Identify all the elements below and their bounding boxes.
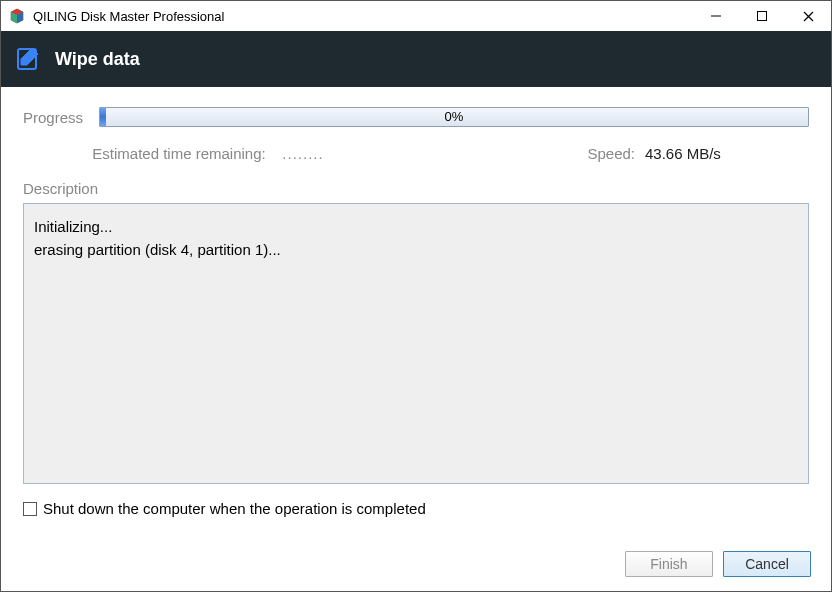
speed-value: 43.66 MB/s xyxy=(645,145,809,162)
page-title: Wipe data xyxy=(55,49,140,70)
content-area: Progress 0% Estimated time remaining: ..… xyxy=(1,87,831,537)
progress-bar: 0% xyxy=(99,107,809,127)
progress-percent: 0% xyxy=(100,109,808,124)
cancel-button[interactable]: Cancel xyxy=(723,551,811,577)
minimize-button[interactable] xyxy=(693,1,739,31)
wipe-data-icon xyxy=(15,46,41,72)
maximize-button[interactable] xyxy=(739,1,785,31)
app-icon xyxy=(9,8,25,24)
progress-label: Progress xyxy=(23,109,99,126)
speed-label: Speed: xyxy=(587,145,635,162)
window-title: QILING Disk Master Professional xyxy=(33,9,693,24)
finish-button[interactable]: Finish xyxy=(625,551,713,577)
svg-rect-5 xyxy=(758,12,767,21)
shutdown-label: Shut down the computer when the operatio… xyxy=(43,500,426,517)
shutdown-checkbox[interactable] xyxy=(23,502,37,516)
window-controls xyxy=(693,1,831,31)
eta-row: Estimated time remaining: ........ Speed… xyxy=(23,145,809,162)
description-label: Description xyxy=(23,180,809,197)
eta-value: ........ xyxy=(282,145,323,162)
description-log: Initializing... erasing partition (disk … xyxy=(23,203,809,484)
close-button[interactable] xyxy=(785,1,831,31)
shutdown-option: Shut down the computer when the operatio… xyxy=(23,500,809,517)
app-window: QILING Disk Master Professional Wipe dat… xyxy=(0,0,832,592)
footer: Finish Cancel xyxy=(1,537,831,591)
eta-label: Estimated time remaining: xyxy=(92,145,282,162)
progress-row: Progress 0% xyxy=(23,107,809,127)
titlebar: QILING Disk Master Professional xyxy=(1,1,831,31)
page-header: Wipe data xyxy=(1,31,831,87)
